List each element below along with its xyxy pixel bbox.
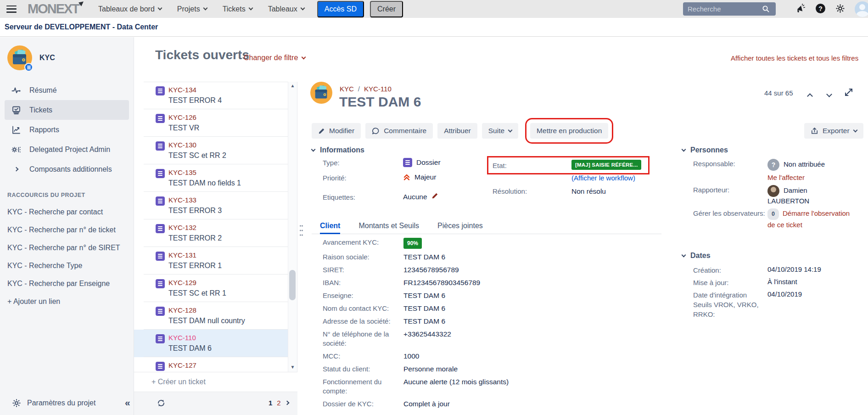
ticket-title: TEST ERROR 4 — [168, 96, 288, 105]
ticket-row[interactable]: KYC-128TEST DAM null country — [134, 302, 288, 330]
search-input[interactable] — [688, 5, 762, 13]
show-all-filters-link[interactable]: Afficher toutes les tickets et tous les … — [731, 54, 858, 62]
project-header[interactable]: KYC — [0, 37, 134, 70]
scroll-down-arrow-icon[interactable]: ▼ — [288, 365, 297, 370]
tab-montants-et-seuils[interactable]: Montants et Seuils — [358, 222, 419, 234]
tickets-icon — [11, 106, 21, 115]
menu-tableaux-de-bord[interactable]: Tableaux de bord — [98, 5, 162, 13]
help-icon[interactable]: ? — [816, 4, 825, 13]
change-filter-link[interactable]: Changer de filtre — [244, 54, 305, 62]
monext-logo[interactable]: MONEXT — [28, 2, 79, 16]
admin-gear-icon[interactable] — [835, 4, 845, 15]
breadcrumb-ticket-link[interactable]: KYC-110 — [364, 85, 392, 93]
ticket-key[interactable]: KYC-128 — [168, 306, 288, 314]
edit-labels-pencil-icon[interactable] — [431, 192, 438, 201]
informations-section-header[interactable]: Informations — [312, 146, 364, 154]
sidebar-item-tickets[interactable]: Tickets — [5, 100, 129, 120]
next-ticket-icon[interactable] — [827, 90, 831, 98]
ticket-row[interactable]: KYC-126TEST VR — [134, 109, 288, 137]
scroll-up-arrow-icon[interactable]: ▲ — [288, 83, 297, 88]
ticket-avatar — [310, 82, 332, 104]
document-icon — [156, 169, 165, 180]
ticket-key[interactable]: KYC-126 — [168, 113, 288, 121]
tab-pieces-jointes[interactable]: Pièces jointes — [437, 222, 483, 234]
shortcut-recherche-par-siret[interactable]: KYC - Recherche par n° de SIRET — [7, 244, 134, 252]
shortcut-recherche-par-contact[interactable]: KYC - Recherche par contact — [7, 208, 134, 216]
shortcut-recherche-par-enseigne[interactable]: KYC - Recherche par Enseigne — [7, 280, 134, 288]
ticket-row[interactable]: KYC-135TEST DAM no fields 1 — [134, 164, 288, 192]
next-page-icon[interactable] — [285, 401, 289, 405]
ticket-title: TEST DAM 6 — [168, 344, 288, 353]
user-avatar[interactable] — [855, 1, 868, 17]
ticket-key[interactable]: KYC-129 — [168, 279, 288, 286]
suite-button[interactable]: Suite — [482, 123, 518, 139]
start-watching-link[interactable]: Démarre l'observation de ce ticket — [767, 209, 850, 229]
field-label: Mise à jour: — [693, 278, 767, 287]
exporter-button[interactable]: Exporter — [804, 123, 863, 139]
modifier-button[interactable]: Modifier — [312, 123, 361, 139]
previous-ticket-icon[interactable] — [808, 92, 812, 100]
panel-drag-handle[interactable] — [299, 223, 303, 240]
menu-projets[interactable]: Projets — [177, 5, 207, 13]
sidebar-item-delegated-project-admin[interactable]: Delegated Project Admin — [5, 140, 129, 159]
ticket-key[interactable]: KYC-133 — [168, 196, 288, 204]
chevron-down-icon — [682, 147, 686, 151]
menu-tableaux[interactable]: Tableaux — [268, 5, 304, 13]
announcements-icon[interactable] — [795, 4, 806, 16]
pulse-icon — [11, 86, 21, 95]
page-2-link[interactable]: 2 — [277, 399, 280, 407]
list-scrollbar-thumb[interactable] — [289, 270, 296, 300]
collapse-sidebar-icon[interactable]: « — [125, 397, 130, 408]
show-workflow-link[interactable]: (Afficher le workflow) — [571, 174, 667, 182]
search-box[interactable] — [683, 2, 776, 16]
list-scrollbar-track[interactable] — [288, 82, 297, 372]
tab-client[interactable]: Client — [320, 222, 340, 234]
status-badge[interactable]: [MAJ] SAISIE RÉFÉRE... — [571, 160, 641, 170]
reporter-avatar — [767, 185, 779, 197]
ticket-key[interactable]: KYC-130 — [168, 141, 288, 149]
chevron-down-icon — [157, 6, 162, 11]
observers-count-badge[interactable]: 0 — [767, 208, 779, 220]
ticket-row[interactable]: KYC-127 — [134, 357, 288, 372]
search-icon — [762, 5, 770, 13]
sidebar-item-composants-additionnels[interactable]: Composants additionnels — [5, 159, 129, 179]
assign-to-me-link[interactable]: Me l'affecter — [767, 174, 805, 181]
menu-tickets[interactable]: Tickets — [223, 5, 252, 13]
creer-button[interactable]: Créer — [370, 1, 403, 17]
ticket-row[interactable]: KYC-130TEST SC et RR 2 — [134, 137, 288, 164]
ticket-key[interactable]: KYC-131 — [168, 251, 288, 259]
personnes-section-header[interactable]: Personnes — [682, 146, 728, 154]
ticket-key[interactable]: KYC-134 — [168, 86, 288, 94]
shortcut-recherche-par-ticket[interactable]: KYC - Recherche par n° de ticket — [7, 226, 134, 234]
add-link[interactable]: + Ajouter un lien — [7, 297, 134, 306]
document-icon — [156, 334, 165, 345]
document-icon — [156, 196, 165, 208]
acces-sd-button[interactable]: Accès SD — [317, 1, 364, 17]
shortcut-recherche-type[interactable]: KYC - Recherche Type — [7, 262, 134, 270]
ticket-row[interactable]: KYC-131TEST ERROR 1 — [134, 247, 288, 275]
refresh-icon[interactable] — [157, 398, 166, 409]
ticket-key[interactable]: KYC-132 — [168, 224, 288, 231]
create-ticket-button[interactable]: + Créer un ticket — [134, 372, 297, 392]
field-value: Majeur — [414, 173, 436, 181]
sidebar-item-rapports[interactable]: Rapports — [5, 120, 129, 140]
ticket-row[interactable]: KYC-132TEST ERROR 2 — [134, 219, 288, 247]
ticket-key[interactable]: KYC-135 — [168, 168, 288, 176]
mettre-en-production-button[interactable]: Mettre en production — [530, 123, 608, 139]
ticket-key[interactable]: KYC-127 — [168, 361, 288, 369]
commentaire-button[interactable]: Commentaire — [365, 123, 433, 139]
dates-section-header[interactable]: Dates — [682, 252, 711, 260]
ticket-row-selected[interactable]: KYC-110TEST DAM 6 — [134, 330, 288, 357]
project-settings-button[interactable]: Paramètres du projet — [12, 398, 95, 408]
hamburger-menu-icon[interactable] — [6, 6, 17, 13]
expand-icon[interactable] — [844, 87, 854, 99]
field-label: IBAN: — [323, 278, 403, 287]
page-current[interactable]: 1 — [269, 399, 272, 407]
sidebar-item-resume[interactable]: Résumé — [5, 80, 129, 100]
ticket-row[interactable]: KYC-129TEST SC et RR 1 — [134, 275, 288, 302]
ticket-key[interactable]: KYC-110 — [168, 334, 288, 342]
ticket-row[interactable]: KYC-133TEST ERROR 3 — [134, 192, 288, 219]
ticket-row[interactable]: KYC-134TEST ERROR 4 — [134, 82, 288, 109]
breadcrumb-project-link[interactable]: KYC — [340, 85, 354, 93]
attribuer-button[interactable]: Attribuer — [437, 123, 477, 139]
